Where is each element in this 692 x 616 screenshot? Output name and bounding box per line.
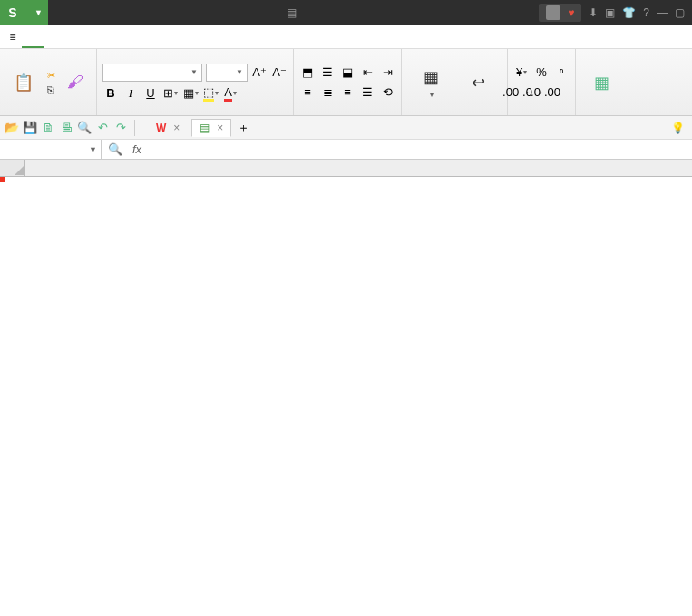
mywps-tab[interactable]: W × bbox=[148, 119, 188, 137]
copy-icon: ⎘ bbox=[47, 84, 54, 95]
indent-increase-button[interactable]: ⇥ bbox=[379, 64, 395, 81]
font-color-button[interactable]: A▾ bbox=[222, 85, 239, 102]
highlight-box bbox=[0, 177, 5, 182]
comma-button[interactable]: ⁿ bbox=[553, 64, 570, 81]
sheet-icon: ▤ bbox=[200, 122, 210, 134]
increase-font-button[interactable]: A⁺ bbox=[251, 64, 268, 81]
tab-data[interactable] bbox=[109, 25, 131, 48]
increase-decimal-button[interactable]: .0→.00 bbox=[533, 84, 550, 101]
app-menu[interactable]: ▼ bbox=[25, 0, 48, 25]
decrease-font-button[interactable]: A⁻ bbox=[271, 64, 288, 81]
chevron-down-icon: ▾ bbox=[195, 89, 199, 97]
currency-button[interactable]: ¥▾ bbox=[513, 64, 530, 81]
grid[interactable] bbox=[0, 177, 692, 616]
align-middle-button[interactable]: ☰ bbox=[319, 64, 336, 81]
font-size-combo[interactable]: ▼ bbox=[206, 64, 248, 82]
orientation-button[interactable]: ⟲ bbox=[379, 84, 395, 101]
heart-icon: ♥ bbox=[568, 6, 574, 19]
align-right-button[interactable]: ≡ bbox=[339, 84, 356, 101]
redo-icon[interactable]: ↷ bbox=[112, 120, 129, 136]
min-icon[interactable]: — bbox=[657, 6, 668, 19]
chevron-down-icon: ▼ bbox=[190, 68, 198, 76]
table-icon: ▦ bbox=[590, 72, 612, 93]
quick-access-bar: 📂 💾 🗎 🖶 🔍 ↶ ↷ W × ▤ × ＋ 💡 bbox=[0, 116, 692, 140]
chevron-down-icon: ▾ bbox=[174, 89, 178, 97]
tab-start[interactable] bbox=[22, 25, 44, 48]
select-all-corner[interactable] bbox=[0, 160, 25, 176]
fill-handle[interactable] bbox=[0, 177, 5, 181]
fx-icon[interactable]: fx bbox=[129, 142, 145, 158]
user-chip[interactable]: ♥ bbox=[539, 4, 581, 22]
formula-input[interactable] bbox=[151, 140, 692, 159]
avatar bbox=[546, 5, 560, 20]
merge-icon: ▦ bbox=[420, 66, 442, 88]
shirt-icon[interactable]: 👕 bbox=[622, 6, 636, 19]
border-button[interactable]: ⊞▾ bbox=[162, 85, 179, 102]
cut-button[interactable]: ✂ bbox=[45, 69, 60, 83]
restore-icon[interactable]: ▢ bbox=[675, 6, 685, 19]
paste-button[interactable]: 📋 bbox=[5, 51, 42, 113]
cell-style-button[interactable]: ▦▾ bbox=[182, 85, 199, 102]
chevron-down-icon: ▾ bbox=[215, 89, 219, 97]
paste-icon: 📋 bbox=[13, 72, 34, 93]
wrap-text-button[interactable]: ↩ bbox=[454, 51, 502, 113]
tab-features[interactable] bbox=[196, 25, 218, 48]
column-header-row bbox=[0, 160, 692, 177]
percent-button[interactable]: % bbox=[533, 64, 550, 81]
fill-color-button[interactable]: ⬚▾ bbox=[202, 85, 219, 102]
help-icon[interactable]: ? bbox=[643, 6, 649, 19]
align-bottom-button[interactable]: ⬓ bbox=[339, 64, 356, 81]
underline-button[interactable]: U bbox=[142, 85, 159, 102]
italic-button[interactable]: I bbox=[122, 85, 139, 102]
separator bbox=[134, 120, 135, 136]
font-name-combo[interactable]: ▼ bbox=[102, 64, 202, 82]
save-icon[interactable]: 💾 bbox=[22, 120, 38, 136]
wps-icon: W bbox=[156, 122, 166, 134]
hamburger-icon[interactable]: ≡ bbox=[4, 25, 22, 48]
scissors-icon: ✂ bbox=[47, 70, 55, 82]
ribbon: 📋 ✂ ⎘ 🖌 ▼ ▼ A⁺ A⁻ B I U ⊞▾ ▦▾ bbox=[0, 49, 692, 116]
chevron-down-icon: ▼ bbox=[89, 145, 97, 154]
tab-devtools[interactable] bbox=[174, 25, 196, 48]
formula-bar: ▼ 🔍 fx bbox=[0, 140, 692, 160]
merge-center-button[interactable]: ▦ ▾ bbox=[407, 51, 454, 113]
search-icon[interactable]: 🔍 bbox=[107, 142, 123, 158]
selection-outline bbox=[0, 177, 4, 181]
chevron-down-icon: ▼ bbox=[236, 68, 243, 76]
justify-button[interactable]: ☰ bbox=[359, 84, 375, 101]
wrap-icon: ↩ bbox=[467, 72, 489, 93]
tab-insert[interactable] bbox=[44, 25, 65, 48]
chevron-down-icon: ▾ bbox=[430, 91, 434, 99]
close-icon[interactable]: × bbox=[173, 122, 180, 134]
preview-icon[interactable]: 🔍 bbox=[76, 120, 93, 136]
chevron-down-icon: ▾ bbox=[523, 68, 527, 76]
app-logo: S bbox=[0, 0, 25, 25]
undo-icon[interactable]: ↶ bbox=[94, 120, 111, 136]
spreadsheet bbox=[0, 160, 692, 616]
skin-icon[interactable]: ▣ bbox=[605, 6, 615, 19]
chevron-down-icon: ▼ bbox=[34, 8, 43, 17]
document-tab[interactable]: ▤ × bbox=[191, 119, 231, 137]
name-box[interactable]: ▼ bbox=[0, 140, 102, 159]
open-icon[interactable]: 📂 bbox=[4, 120, 20, 136]
print-preview-icon[interactable]: 🗎 bbox=[40, 120, 56, 136]
close-icon[interactable]: × bbox=[217, 122, 223, 134]
format-painter-button[interactable]: 🖌 bbox=[60, 51, 91, 113]
tab-review[interactable] bbox=[131, 25, 152, 48]
indent-decrease-button[interactable]: ⇤ bbox=[359, 64, 375, 81]
bulb-icon: 💡 bbox=[671, 122, 685, 134]
table-style-button[interactable]: ▦ bbox=[581, 51, 621, 113]
copy-button[interactable]: ⎘ bbox=[45, 83, 60, 96]
bold-button[interactable]: B bbox=[102, 85, 119, 102]
chevron-down-icon: ▾ bbox=[233, 89, 237, 97]
align-center-button[interactable]: ≣ bbox=[319, 84, 336, 101]
tab-formula[interactable] bbox=[87, 25, 109, 48]
tab-view[interactable] bbox=[152, 25, 174, 48]
align-left-button[interactable]: ≡ bbox=[299, 84, 316, 101]
brush-icon: 🖌 bbox=[64, 72, 86, 93]
align-top-button[interactable]: ⬒ bbox=[299, 64, 316, 81]
download-icon[interactable]: ⬇ bbox=[589, 6, 598, 19]
new-tab-button[interactable]: ＋ bbox=[235, 120, 251, 136]
print-icon[interactable]: 🖶 bbox=[58, 120, 74, 136]
tab-pagelayout[interactable] bbox=[65, 25, 87, 48]
